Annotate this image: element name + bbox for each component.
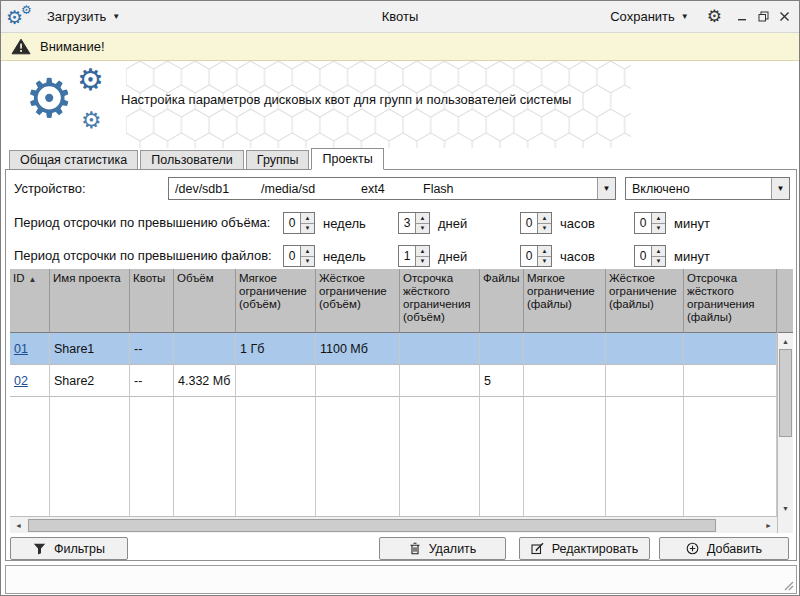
chevron-down-icon: ▼ [681, 13, 689, 21]
table-cell: 1100 Мб [316, 333, 400, 365]
spinner-value[interactable]: 1 [399, 246, 415, 266]
load-menu-button[interactable]: Загрузить ▼ [39, 4, 128, 29]
spinner-up-icon[interactable]: ▲ [301, 213, 314, 224]
spinner-value[interactable]: 0 [284, 246, 300, 266]
spinner-down-icon[interactable]: ▼ [301, 257, 314, 267]
chevron-down-icon[interactable]: ▼ [597, 178, 615, 199]
scroll-down-icon[interactable]: ▼ [778, 500, 793, 516]
spinner-buttons: ▲ ▼ [537, 213, 551, 233]
column-header-id[interactable]: ID▲ [10, 269, 50, 333]
save-menu-button[interactable]: Сохранить ▼ [602, 4, 697, 29]
close-icon [779, 11, 790, 22]
spinner-down-icon[interactable]: ▼ [652, 224, 665, 234]
scroll-up-icon[interactable]: ▲ [778, 333, 793, 349]
tab-users[interactable]: Пользователи [140, 150, 244, 169]
filters-button[interactable]: Фильтры [10, 537, 128, 560]
horizontal-scrollbar-thumb[interactable] [28, 519, 716, 532]
column-header-volume[interactable]: Объём [174, 269, 236, 333]
column-header-soft-files[interactable]: Мягкое ограничение (файлы) [524, 269, 606, 333]
spinner-down-icon[interactable]: ▼ [416, 257, 429, 267]
column-header-project[interactable]: Имя проекта [50, 269, 130, 333]
volume-days-spinner[interactable]: 3 ▲ ▼ [398, 212, 430, 234]
files-weeks-spinner[interactable]: 0 ▲ ▼ [283, 245, 315, 267]
spinner-up-icon[interactable]: ▲ [301, 246, 314, 257]
tab-general-stats[interactable]: Общая статистика [9, 150, 138, 169]
project-id-link[interactable]: 01 [14, 342, 28, 356]
spinner-buttons: ▲ ▼ [415, 246, 429, 266]
quota-status-select[interactable]: Включено ▼ [625, 177, 790, 200]
maximize-button[interactable] [753, 6, 774, 28]
spinner-down-icon[interactable]: ▼ [538, 224, 551, 234]
volume-weeks-spinner[interactable]: 0 ▲ ▼ [283, 212, 315, 234]
unit-label-days: дней [438, 249, 467, 264]
delete-button[interactable]: Удалить [379, 537, 506, 560]
spinner-buttons: ▲ ▼ [651, 213, 665, 233]
vertical-scrollbar[interactable]: ▲ ▼ [777, 269, 793, 533]
title-bar: ⚙ ⚙ Загрузить ▼ Квоты Сохранить ▼ ⚙ [1, 1, 799, 33]
horizontal-scrollbar[interactable]: ◄ ► [10, 516, 777, 533]
projects-quota-table: ID▲ Имя проекта Квоты Объём Мягкое огран… [10, 269, 793, 533]
chevron-down-icon[interactable]: ▼ [771, 178, 789, 199]
spinner-value[interactable]: 0 [635, 246, 651, 266]
resize-grip[interactable] [783, 580, 794, 591]
column-header-grace-volume[interactable]: Отсрочка жёсткого ограничения (объём) [400, 269, 480, 333]
table-row[interactable]: 02 Share2 -- 4.332 Мб 5 [10, 365, 777, 397]
spinner-value[interactable]: 0 [284, 213, 300, 233]
column-header-label: ID [13, 272, 25, 284]
spinner-buttons: ▲ ▼ [300, 246, 314, 266]
tab-groups[interactable]: Группы [246, 150, 310, 169]
spinner-up-icon[interactable]: ▲ [416, 246, 429, 257]
table-cell: 4.332 Мб [174, 365, 236, 397]
edit-button[interactable]: Редактировать [519, 537, 650, 560]
project-id-link[interactable]: 02 [14, 374, 28, 388]
maximize-icon [758, 11, 769, 22]
filters-button-label: Фильтры [54, 542, 105, 556]
table-row[interactable]: 01 Share1 -- 1 Гб 1100 Мб [10, 333, 777, 365]
column-header-grace-files[interactable]: Отсрочка жёсткого ограничения (файлы) [684, 269, 777, 333]
gear-icon: ⚙ [25, 71, 73, 125]
table-cell [606, 365, 684, 397]
spinner-up-icon[interactable]: ▲ [538, 246, 551, 257]
spinner-value[interactable]: 3 [399, 213, 415, 233]
spinner-down-icon[interactable]: ▼ [416, 224, 429, 234]
scroll-left-icon[interactable]: ◄ [10, 517, 27, 533]
spinner-value[interactable]: 0 [635, 213, 651, 233]
spinner-value[interactable]: 0 [521, 246, 537, 266]
grace-volume-label: Период отсрочки по превышению объёма: [14, 215, 270, 230]
settings-gear-icon[interactable]: ⚙ [699, 8, 730, 25]
files-days-spinner[interactable]: 1 ▲ ▼ [398, 245, 430, 267]
volume-hours-spinner[interactable]: 0 ▲ ▼ [520, 212, 552, 234]
unit-label-weeks: недель [323, 216, 366, 231]
device-path: /dev/sdb1 [175, 182, 261, 196]
column-header-hard-files[interactable]: Жёсткое ограничение (файлы) [606, 269, 684, 333]
minimize-button[interactable] [732, 6, 753, 28]
scrollbar-header-spacer [778, 269, 793, 333]
vertical-scrollbar-thumb[interactable] [779, 349, 792, 437]
spinner-buttons: ▲ ▼ [651, 246, 665, 266]
scroll-right-icon[interactable]: ► [760, 517, 777, 533]
spinner-up-icon[interactable]: ▲ [416, 213, 429, 224]
spinner-down-icon[interactable]: ▼ [538, 257, 551, 267]
spinner-up-icon[interactable]: ▲ [652, 246, 665, 257]
device-select-value: /dev/sdb1 /media/sd ext4 Flash [169, 178, 597, 199]
files-minutes-spinner[interactable]: 0 ▲ ▼ [634, 245, 666, 267]
table-cell [684, 365, 777, 397]
gear-icon: ⚙ [21, 4, 32, 16]
spinner-up-icon[interactable]: ▲ [538, 213, 551, 224]
spinner-down-icon[interactable]: ▼ [652, 257, 665, 267]
volume-minutes-spinner[interactable]: 0 ▲ ▼ [634, 212, 666, 234]
table-cell [174, 333, 236, 365]
close-button[interactable] [774, 6, 795, 28]
column-header-quotas[interactable]: Квоты [130, 269, 174, 333]
column-header-soft-volume[interactable]: Мягкое ограничение (объём) [236, 269, 316, 333]
add-button[interactable]: Добавить [659, 537, 789, 560]
tab-projects[interactable]: Проекты [311, 148, 383, 170]
spinner-down-icon[interactable]: ▼ [301, 224, 314, 234]
table-cell: 02 [10, 365, 50, 397]
spinner-value[interactable]: 0 [521, 213, 537, 233]
column-header-files[interactable]: Файлы [480, 269, 524, 333]
column-header-hard-volume[interactable]: Жёсткое ограничение (объём) [316, 269, 400, 333]
device-select[interactable]: /dev/sdb1 /media/sd ext4 Flash ▼ [168, 177, 616, 200]
spinner-up-icon[interactable]: ▲ [652, 213, 665, 224]
files-hours-spinner[interactable]: 0 ▲ ▼ [520, 245, 552, 267]
